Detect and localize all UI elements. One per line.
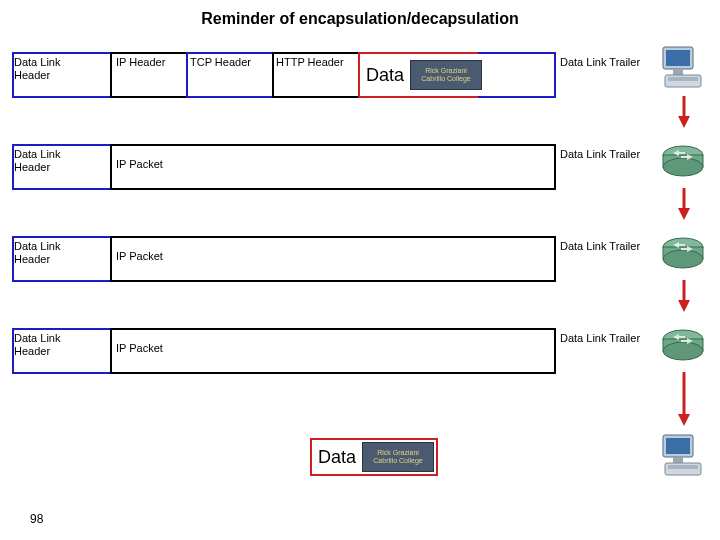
label-data-link-header: Data Link Header [14, 332, 94, 358]
svg-rect-2 [673, 69, 683, 75]
svg-marker-22 [678, 208, 690, 220]
encap-row-4: Data Link Header IP Packet Data Link Tra… [12, 322, 702, 384]
data-chip-row1: Data Rick Graziani Cabrillo College [362, 58, 482, 92]
svg-marker-20 [678, 116, 690, 128]
svg-rect-16 [673, 457, 683, 463]
svg-marker-26 [678, 414, 690, 426]
svg-point-10 [663, 250, 703, 268]
label-ip-header: IP Header [116, 56, 196, 69]
seg-ipkt [110, 144, 556, 190]
seg-ipkt [110, 236, 556, 282]
router-icon [658, 228, 708, 276]
router-icon [658, 136, 708, 184]
stamp-line1: Rick Graziani [377, 449, 419, 457]
seg-ipkt [110, 328, 556, 374]
label-ip-packet: IP Packet [116, 342, 163, 354]
svg-point-13 [663, 342, 703, 360]
arrow-down-icon [678, 282, 690, 312]
label-data-link-header: Data Link Header [14, 56, 94, 82]
arrow-down-icon [678, 98, 690, 128]
data-chip-bottom: Data Rick Graziani Cabrillo College [310, 438, 438, 476]
svg-point-7 [663, 158, 703, 176]
pc-icon [658, 44, 708, 92]
svg-rect-1 [666, 50, 690, 66]
svg-rect-15 [666, 438, 690, 454]
data-word: Data [314, 447, 362, 468]
stamp-line1: Rick Graziani [425, 67, 467, 75]
label-data-link-header: Data Link Header [14, 148, 94, 174]
seg-fill [478, 52, 556, 98]
arrow-down-icon [678, 374, 690, 426]
pc-icon [658, 432, 708, 480]
arrow-down-icon [678, 190, 690, 220]
encap-row-2: Data Link Header IP Packet Data Link Tra… [12, 138, 702, 200]
encap-row-1: Data Link Header IP Header TCP Header HT… [12, 46, 702, 108]
label-ip-packet: IP Packet [116, 250, 163, 262]
label-ip-packet: IP Packet [116, 158, 163, 170]
encap-row-3: Data Link Header IP Packet Data Link Tra… [12, 230, 702, 292]
stamp-line2: Cabrillo College [373, 457, 422, 465]
author-stamp: Rick Graziani Cabrillo College [410, 60, 482, 90]
router-icon [658, 320, 708, 368]
author-stamp: Rick Graziani Cabrillo College [362, 442, 434, 472]
label-data-link-header: Data Link Header [14, 240, 94, 266]
stamp-line2: Cabrillo College [421, 75, 470, 83]
svg-rect-18 [668, 465, 698, 469]
slide-title: Reminder of encapsulation/decapsulation [0, 0, 720, 34]
svg-rect-4 [668, 77, 698, 81]
svg-marker-24 [678, 300, 690, 312]
label-tcp-header: TCP Header [190, 56, 276, 69]
data-word: Data [362, 65, 410, 86]
slide-number: 98 [30, 512, 43, 526]
label-http-header: HTTP Header [276, 56, 362, 69]
